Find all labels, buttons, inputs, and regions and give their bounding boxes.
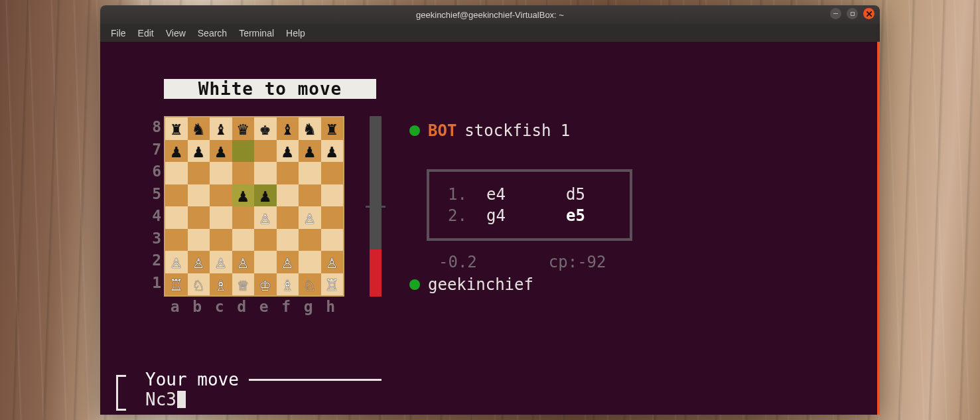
menu-edit[interactable]: Edit: [133, 26, 159, 40]
square: [254, 140, 277, 163]
menu-view[interactable]: View: [161, 26, 191, 40]
menu-file[interactable]: File: [105, 26, 131, 40]
square: ♕: [232, 273, 255, 296]
piece: ♙: [193, 253, 204, 271]
square: ♟: [299, 140, 321, 163]
rank-label: 1: [149, 272, 164, 295]
text-cursor: [177, 391, 186, 408]
maximize-button[interactable]: [847, 8, 858, 19]
square: [210, 229, 232, 251]
white-move: e4: [486, 184, 566, 205]
square: ♟: [165, 140, 188, 163]
square: ♞: [299, 117, 321, 140]
menu-search[interactable]: Search: [192, 26, 232, 40]
square: ♜: [165, 117, 188, 140]
square: [277, 206, 299, 229]
menu-bar: File Edit View Search Terminal Help: [100, 24, 880, 42]
online-dot-icon: [409, 279, 420, 290]
rank-label: 2: [149, 249, 164, 272]
square: ♛: [232, 117, 255, 140]
square: [165, 162, 188, 184]
square: ♟: [188, 140, 210, 163]
square: [277, 184, 299, 207]
square: ♟: [232, 184, 255, 207]
piece: ♝: [216, 119, 226, 137]
piece: ♘: [193, 275, 204, 293]
file-labels: abcdefgh: [164, 298, 343, 315]
square: ♙: [210, 251, 232, 273]
square: ♟: [321, 140, 344, 163]
move-input-text: Nc3: [145, 389, 176, 409]
eval-bar-advantage: [370, 249, 382, 297]
square: [299, 251, 321, 273]
square: [277, 229, 299, 251]
square: [232, 229, 255, 251]
piece: ♜: [326, 119, 337, 137]
piece: ♟: [193, 142, 204, 160]
square: [188, 229, 210, 251]
piece: ♟: [282, 142, 293, 160]
piece: ♘: [305, 275, 315, 293]
square: ♙: [165, 251, 188, 273]
prompt-bracket-icon: [116, 375, 126, 411]
black-move: d5: [566, 184, 606, 205]
move-row: 1.e4d5: [448, 184, 606, 205]
piece: ♝: [282, 119, 293, 137]
file-label: b: [186, 298, 209, 315]
terminal-content[interactable]: White to move 87654321 ♜♞♝♛♚♝♞♜♟♟♟♟♟♟♟♟♙…: [100, 42, 880, 415]
file-label: a: [164, 298, 186, 315]
square: ♙: [321, 251, 344, 273]
square: ♙: [232, 251, 255, 273]
square: [277, 162, 299, 184]
eval-text: -0.2 cp:-92: [439, 253, 606, 271]
square: [232, 162, 255, 184]
square: [299, 162, 321, 184]
square: [321, 184, 344, 207]
piece: ♗: [282, 275, 293, 293]
square: ♟: [277, 140, 299, 163]
square: ♞: [188, 117, 210, 140]
square: [299, 184, 321, 207]
black-move: e5: [566, 205, 606, 226]
white-move: g4: [486, 205, 566, 226]
file-label: e: [253, 298, 275, 315]
close-button[interactable]: [863, 8, 875, 19]
terminal-window: geekinchief@geekinchief-VirtualBox: ~ Fi…: [100, 5, 880, 415]
square: [254, 251, 277, 273]
piece: ♔: [260, 275, 271, 293]
piece: ♙: [238, 253, 248, 271]
square: ♙: [254, 206, 277, 229]
chess-board-area: 87654321 ♜♞♝♛♚♝♞♜♟♟♟♟♟♟♟♟♙♙♙♙♙♙♙♙♖♘♗♕♔♗♘…: [164, 116, 376, 336]
piece: ♜: [171, 119, 182, 137]
eval-score: -0.2: [439, 253, 477, 271]
window-titlebar[interactable]: geekinchief@geekinchief-VirtualBox: ~: [100, 5, 880, 24]
player-name: geekinchief: [428, 275, 533, 294]
square: [165, 206, 188, 229]
move-row: 2.g4e5: [448, 205, 606, 226]
square: ♟: [254, 184, 277, 207]
piece: ♟: [260, 186, 271, 204]
move-input[interactable]: Nc3: [145, 389, 186, 409]
eval-cp: cp:-92: [549, 253, 606, 271]
online-dot-icon: [409, 125, 420, 136]
minimize-button[interactable]: [830, 8, 841, 19]
piece: ♕: [238, 275, 248, 293]
piece: ♟: [326, 142, 337, 160]
rank-label: 3: [149, 228, 164, 250]
menu-help[interactable]: Help: [281, 26, 311, 40]
piece: ♟: [305, 142, 315, 160]
rank-labels: 87654321: [149, 116, 164, 294]
move-number: 1.: [448, 184, 486, 205]
piece: ♞: [193, 119, 204, 137]
piece: ♟: [171, 142, 182, 160]
piece: ♙: [216, 253, 226, 271]
move-number: 2.: [448, 205, 486, 226]
piece: ♞: [305, 119, 315, 137]
square: [321, 206, 344, 229]
file-label: d: [231, 298, 253, 315]
square: [321, 229, 344, 251]
chess-board: ♜♞♝♛♚♝♞♜♟♟♟♟♟♟♟♟♙♙♙♙♙♙♙♙♖♘♗♕♔♗♘♖: [164, 116, 344, 297]
piece: ♙: [260, 208, 271, 226]
piece: ♟: [216, 142, 226, 160]
menu-terminal[interactable]: Terminal: [234, 26, 279, 40]
